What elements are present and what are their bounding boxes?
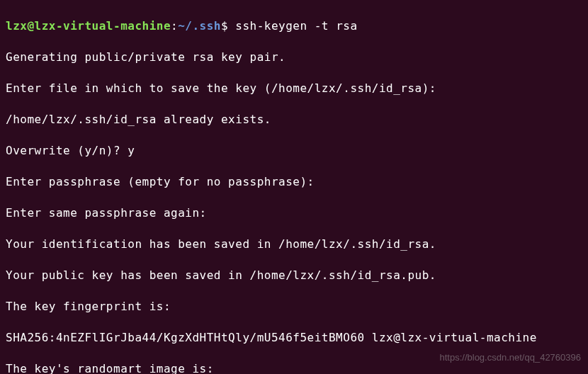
prompt-path: ~/.ssh [178,19,221,33]
output-line: Enter same passphrase again: [6,205,582,221]
prompt-userhost: lzx@lzx-virtual-machine [6,19,171,33]
output-line: Generating public/private rsa key pair. [6,50,582,65]
output-line: Enter passphrase (empty for no passphras… [6,174,582,190]
output-line: /home/lzx/.ssh/id_rsa already exists. [6,112,582,128]
prompt-dollar: $ [221,19,235,33]
terminal-output[interactable]: lzx@lzx-virtual-machine:~/.ssh$ ssh-keyg… [6,3,582,374]
command-text: ssh-keygen -t rsa [235,19,357,33]
output-line: Enter file in which to save the key (/ho… [6,81,582,96]
prompt-colon: : [171,19,178,33]
output-line: Overwrite (y/n)? y [6,143,582,159]
output-line: Your public key has been saved in /home/… [6,268,582,283]
watermark-text: https://blog.csdn.net/qq_42760396 [440,350,582,366]
output-line: The key fingerprint is: [6,299,582,314]
output-line: Your identification has been saved in /h… [6,237,582,252]
output-line: SHA256:4nEZFlIGrJba44/KgzXdHTHtQly/mU546… [6,330,582,346]
